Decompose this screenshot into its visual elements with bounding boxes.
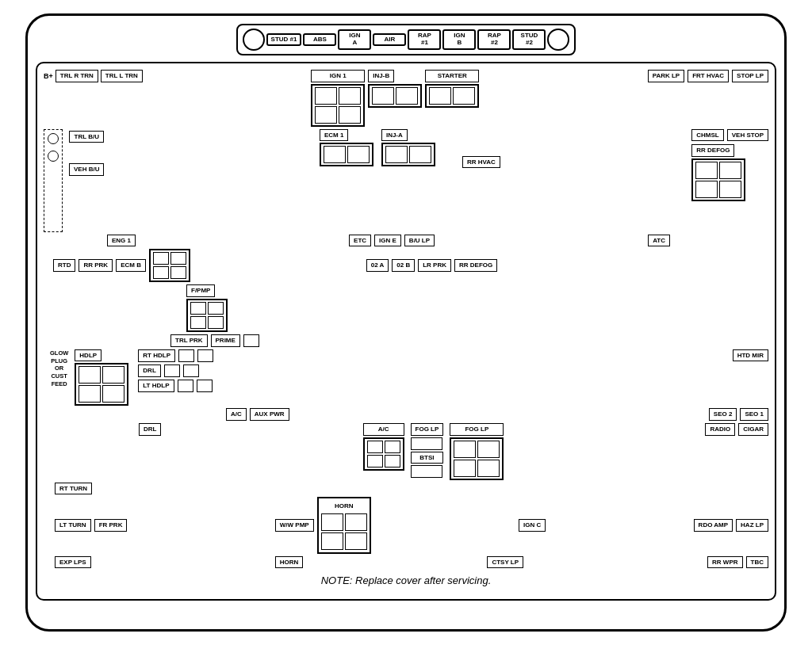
fuse-cell — [208, 316, 224, 329]
fuse-cell — [197, 380, 213, 392]
top-stud-1: STUD #1 — [266, 33, 302, 47]
chmsl-label: CHMSL — [691, 129, 723, 142]
fuse-cell — [409, 146, 431, 163]
fuse-cell — [454, 441, 476, 458]
b-plus-circle-top — [48, 133, 59, 144]
fuse-cell — [79, 366, 101, 384]
fuse-cell — [321, 513, 343, 531]
atc-label: ATC — [648, 235, 670, 247]
ign1-label: IGN 1 — [311, 70, 365, 82]
row-4: RTD RR PRK ECM B 02 A 02 B LR PRK RR DEF… — [44, 249, 768, 282]
fuse-cell — [372, 87, 394, 105]
starter-label: STARTER — [425, 70, 479, 82]
top-fuse-ign-a: IGNA — [338, 29, 371, 50]
ecm-b-fuse-block — [149, 249, 190, 282]
fuse-cell — [453, 87, 475, 105]
stop-lp-label: STOP LP — [732, 70, 768, 82]
fuse-cell — [367, 455, 383, 468]
row-exp: EXP LPS HORN CTSY LP RR WPR TBC — [44, 556, 768, 569]
horn-lbl: HORN — [331, 501, 358, 512]
fuse-cell — [345, 532, 367, 550]
horn-label: HORN — [275, 556, 304, 569]
rt-hdlp-label: RT HDLP — [138, 349, 175, 362]
drl-label: DRL — [139, 423, 161, 436]
trl-bu-label: TRL B/U — [69, 131, 104, 143]
ac-label: A/C — [363, 423, 404, 436]
ac-top-label: A/C — [226, 408, 247, 421]
row-3: ENG 1 ETC IGN E B/U LP ATC — [107, 235, 768, 247]
top-fuse-rap1: RAP#1 — [408, 29, 441, 50]
row-lt-turn: LT TURN FR PRK W/W PMP HORN IGN C RDO A — [44, 497, 768, 554]
rr-prk-label: RR PRK — [79, 259, 113, 272]
fuse-cell — [347, 146, 370, 163]
lr-prk-label: LR PRK — [418, 259, 451, 272]
top-fuse-air: AIR — [373, 33, 406, 47]
fuse-cell — [208, 302, 224, 315]
row-5: F/PMP — [186, 284, 768, 332]
etc-label: ETC — [349, 235, 371, 247]
glow-plug-label: GLOWPLUGORCUSTFEED — [50, 349, 68, 388]
ecm-b-label: ECM B — [116, 259, 146, 272]
eng1-label: ENG 1 — [107, 235, 136, 247]
top-connector-bar: STUD #1 ABS IGNA AIR RAP#1 IGNB RAP#2 ST… — [236, 24, 576, 55]
fog-lp-fuse-block — [450, 437, 504, 480]
rr-hvac-label: RR HVAC — [462, 156, 500, 169]
b-plus-dashed-box — [44, 129, 63, 232]
ecm1-label: ECM 1 — [320, 129, 348, 142]
fuse-cell — [315, 87, 337, 105]
fuse-cell — [190, 316, 206, 329]
horn-fuse-block — [321, 513, 367, 531]
fuse-cell — [183, 364, 199, 377]
exp-lps-label: EXP LPS — [55, 556, 91, 569]
fuse-cell — [411, 437, 442, 450]
fuse-cell — [454, 460, 476, 477]
b-plus-label: B+ — [44, 72, 53, 80]
fuse-cell — [102, 366, 124, 384]
rdo-amp-label: RDO AMP — [694, 519, 733, 532]
fuse-cell — [197, 349, 213, 362]
main-fuse-board: B+ TRL R TRN TRL L TRN IGN 1 — [36, 62, 776, 601]
top-fuse-ign-b: IGNB — [442, 29, 476, 50]
inj-b-fuse-block — [368, 84, 422, 108]
f-pmp-fuse-block — [186, 299, 228, 332]
prime-label: PRIME — [211, 334, 240, 347]
fuse-cell — [153, 266, 169, 279]
cigar-label: CIGAR — [738, 423, 768, 436]
fuse-cell — [719, 162, 741, 179]
fuse-cell — [170, 252, 186, 265]
fuse-cell — [385, 441, 400, 453]
fog-lp-top-label: FOG LP — [411, 423, 444, 436]
fuse-cell — [178, 349, 194, 362]
rr-defog-top-label: RR DEFOG — [691, 144, 734, 157]
top-fuse-rap2: RAP#2 — [477, 29, 511, 50]
b-plus-circle-bottom — [48, 151, 59, 162]
row-ac: A/C AUX PWR SEO 2 SEO 1 — [226, 408, 768, 421]
fuse-cell — [190, 302, 206, 315]
fuse-cell — [170, 266, 186, 279]
stud-2-circle — [547, 29, 569, 51]
rr-wpr-label: RR WPR — [707, 556, 742, 569]
ign-e-label: IGN E — [374, 235, 401, 247]
drl-top-label: DRL — [138, 364, 160, 377]
fuse-cell — [339, 106, 361, 124]
row-2: TRL B/U VEH B/U ECM 1 INJ-A — [44, 129, 768, 232]
fuse-cell — [345, 513, 367, 531]
trl-r-trn-label: TRL R TRN — [56, 70, 98, 82]
radio-label: RADIO — [705, 423, 735, 436]
rtd-label: RTD — [53, 259, 75, 272]
rt-turn-label: RT TURN — [55, 483, 92, 495]
fuse-cell — [695, 162, 718, 179]
row-hdlp: GLOWPLUGORCUSTFEED HDLP — [44, 349, 768, 406]
top-fuse-abs: ABS — [303, 33, 336, 47]
fuse-cell — [321, 532, 343, 550]
ign1-fuse-block — [311, 84, 365, 127]
inj-a-label: INJ-A — [381, 129, 408, 142]
fuse-cell — [477, 441, 500, 458]
ecm1-fuse-block — [320, 143, 373, 166]
fr-prk-label: FR PRK — [94, 519, 128, 532]
starter-fuse-block — [425, 84, 479, 108]
fuse-cell — [385, 146, 408, 163]
trl-l-trn-label: TRL L TRN — [101, 70, 143, 82]
fuse-cell — [164, 364, 180, 377]
o2a-label: 02 A — [366, 259, 389, 272]
